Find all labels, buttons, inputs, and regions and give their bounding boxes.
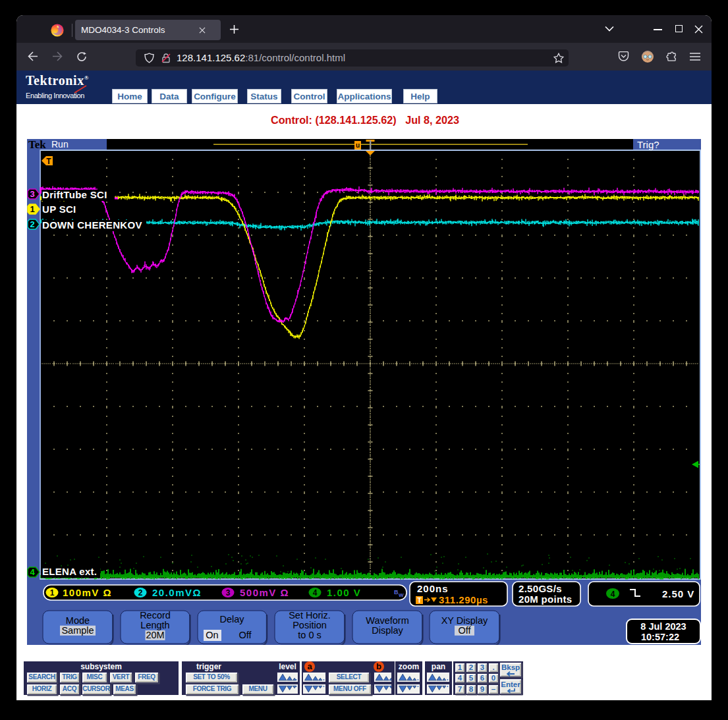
svg-text:Length: Length [140,620,169,630]
svg-text:Off: Off [238,630,252,640]
svg-text:8 Jul 2023: 8 Jul 2023 [640,621,686,632]
svg-text:DOWN CHERENKOV: DOWN CHERENKOV [42,219,142,231]
svg-text:10:57:22: 10:57:22 [641,632,679,642]
svg-text:2.50 V: 2.50 V [662,588,694,599]
svg-text:20M points: 20M points [518,594,572,605]
svg-text:Record: Record [140,610,171,621]
svg-text:Run: Run [51,139,69,150]
svg-text:XY Display: XY Display [441,615,488,626]
svg-text:W: W [399,592,404,598]
svg-text:2: 2 [138,588,143,597]
svg-text:311.290µs: 311.290µs [439,594,488,605]
svg-text:ELENA ext.: ELENA ext. [42,566,97,577]
svg-text:2.50GS/s: 2.50GS/s [518,583,562,594]
svg-text:4: 4 [611,590,615,599]
svg-text:3: 3 [226,588,231,597]
svg-text:to 0 s: to 0 s [298,630,321,640]
svg-text:100mV Ω: 100mV Ω [63,587,112,598]
svg-text:Set Horiz.: Set Horiz. [289,610,331,621]
svg-text:B: B [394,589,399,595]
svg-text:Sample: Sample [61,625,94,636]
svg-text:Position: Position [293,620,327,630]
svg-text:Off: Off [458,625,471,636]
svg-text:200ns: 200ns [417,583,449,594]
svg-text:Mode: Mode [66,615,90,626]
svg-text:1.00 V: 1.00 V [327,587,361,598]
svg-text:DriftTube SCI: DriftTube SCI [42,189,107,200]
svg-text:20.0mVΩ: 20.0mVΩ [152,587,202,598]
svg-text:Waveform: Waveform [366,615,409,626]
svg-text:3: 3 [30,189,34,199]
svg-text:1: 1 [50,588,55,597]
svg-text:1: 1 [30,204,34,214]
svg-text:UP SCI: UP SCI [42,204,76,215]
svg-text:Trig?: Trig? [637,139,659,150]
svg-text:u: u [356,142,360,149]
svg-text:500mV Ω: 500mV Ω [240,587,289,598]
svg-text:4: 4 [313,588,318,597]
svg-text:Delay: Delay [219,614,244,624]
svg-text:T: T [46,157,51,166]
svg-text:Display: Display [372,625,403,636]
svg-text:4: 4 [30,567,35,577]
svg-text:On: On [206,630,218,640]
svg-text:20M: 20M [146,630,164,640]
svg-text:Tek: Tek [28,139,46,151]
svg-text:T: T [417,596,422,604]
svg-text:2: 2 [30,219,34,229]
